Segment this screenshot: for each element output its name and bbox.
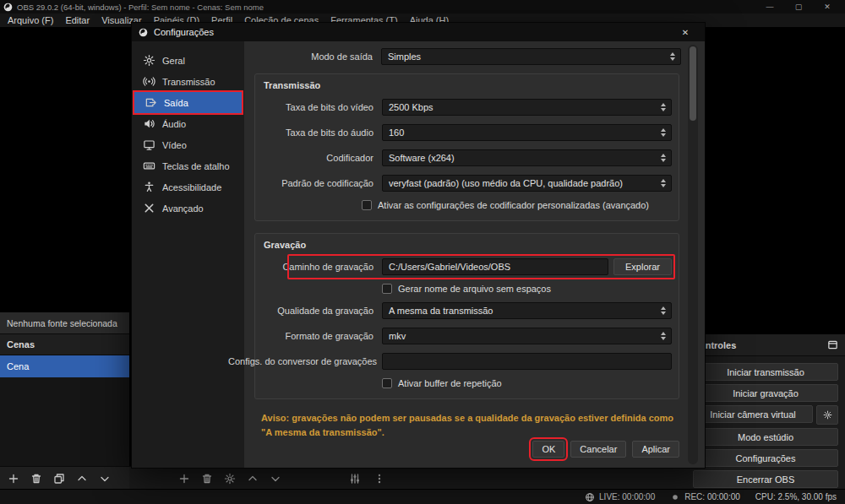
move-source-up-button[interactable] (247, 473, 259, 485)
audio-bitrate-label: Taxa de bits do áudio (262, 127, 373, 138)
rec-status: REC: 00:00:00 (684, 492, 740, 501)
chevron-up-icon (76, 473, 88, 485)
filename-no-spaces-checkbox[interactable] (382, 284, 392, 294)
sidebar-item-avancado[interactable]: Avançado (133, 198, 243, 219)
source-properties-button[interactable] (224, 473, 236, 485)
virtual-camera-settings-button[interactable] (816, 405, 838, 425)
custom-encoder-row: Ativar as configurações de codificador p… (362, 200, 672, 210)
keyboard-icon (143, 160, 155, 172)
sidebar-item-label: Áudio (162, 119, 186, 129)
ok-button[interactable]: OK (532, 441, 564, 458)
record-dot-icon (670, 492, 680, 502)
studio-mode-button[interactable]: Modo estúdio (693, 428, 838, 446)
output-mode-select[interactable]: Simples (381, 48, 681, 65)
encoder-select[interactable]: Software (x264) (382, 149, 672, 166)
exit-obs-button[interactable]: Encerrar OBS (693, 470, 838, 488)
custom-encoder-checkbox-label: Ativar as configurações de codificador p… (378, 200, 649, 210)
muxer-settings-input[interactable] (382, 353, 672, 370)
output-mode-label: Modo de saída (253, 51, 373, 62)
chevron-down-icon (270, 473, 281, 485)
dialog-scrollbar[interactable] (688, 45, 698, 464)
add-source-button[interactable] (178, 473, 190, 485)
combo-arrows[interactable] (657, 179, 668, 187)
maximize-button[interactable]: ▢ (784, 3, 813, 11)
remove-source-button[interactable] (201, 473, 213, 485)
start-streaming-button[interactable]: Iniciar transmissão (693, 363, 838, 381)
recording-quality-select[interactable]: A mesma da transmissão (382, 302, 672, 319)
minimize-button[interactable]: — (755, 3, 784, 11)
start-virtual-camera-button[interactable]: Iniciar câmera virtual (693, 405, 813, 423)
spinner-buttons[interactable] (657, 103, 668, 111)
no-source-status: Nenhuma fonte selecionada (0, 312, 129, 334)
video-bitrate-input[interactable]: 2500 Kbps (382, 99, 672, 116)
display-icon (143, 138, 155, 151)
streaming-group: Transmissão Taxa de bits do vídeo 2500 K… (254, 73, 679, 221)
move-source-down-button[interactable] (270, 473, 281, 485)
combo-arrows[interactable] (657, 154, 668, 162)
combo-arrows[interactable] (667, 52, 678, 61)
combo-arrows[interactable] (657, 332, 668, 340)
recording-group-title: Gravação (264, 240, 672, 250)
menu-item-arquivo[interactable]: Arquivo (F) (2, 15, 59, 25)
custom-encoder-checkbox[interactable] (362, 200, 372, 210)
video-bitrate-label: Taxa de bits do vídeo (262, 102, 373, 112)
cancel-button[interactable]: Cancelar (570, 441, 626, 458)
settings-button[interactable]: Configurações (693, 449, 838, 467)
start-recording-button[interactable]: Iniciar gravação (693, 384, 838, 402)
chevron-down-icon (99, 473, 111, 485)
popout-dock-icon[interactable] (827, 339, 838, 350)
sidebar-item-label: Saída (164, 98, 188, 108)
output-mode-row: Modo de saída Simples (253, 48, 681, 65)
kebab-menu-icon (373, 473, 385, 485)
sidebar-item-label: Teclas de atalho (162, 161, 230, 171)
replay-buffer-checkbox[interactable] (382, 378, 392, 388)
controls-panel-header: Controles (686, 334, 845, 356)
audio-bitrate-input[interactable]: 160 (382, 124, 672, 141)
mixer-settings-button[interactable] (349, 473, 361, 485)
sidebar-item-audio[interactable]: Áudio (133, 113, 243, 134)
move-scene-down-button[interactable] (99, 473, 111, 485)
gear-icon (143, 54, 155, 67)
sliders-icon (349, 473, 361, 485)
spinner-buttons[interactable] (657, 128, 668, 137)
sidebar-item-saida[interactable]: Saída (134, 92, 242, 113)
scene-list: Cena (0, 355, 129, 466)
apply-button[interactable]: Aplicar (632, 441, 679, 458)
cpu-status: CPU: 2.5%, 30.00 fps (755, 492, 837, 501)
dialog-close-button[interactable]: ✕ (673, 28, 698, 37)
scrollbar-thumb[interactable] (690, 46, 696, 121)
sidebar-item-acessibilidade[interactable]: Acessibilidade (133, 176, 243, 198)
mixer-menu-button[interactable] (373, 473, 385, 485)
encoder-preset-select[interactable]: veryfast (padrão) (uso médio da CPU, qua… (382, 175, 672, 192)
settings-dialog: Configurações ✕ Geral Transmissão Saída (131, 22, 706, 469)
sidebar-item-transmissao[interactable]: Transmissão (133, 71, 243, 92)
controls-panel: Controles Iniciar transmissão Iniciar gr… (686, 334, 845, 490)
sidebar-item-video[interactable]: Vídeo (133, 134, 243, 155)
browse-button[interactable]: Explorar (613, 258, 672, 275)
recording-path-input[interactable]: C:/Users/Gabriel/Videos/OBS (382, 258, 608, 275)
dialog-titlebar: Configurações ✕ (132, 23, 705, 41)
combo-arrows[interactable] (657, 306, 668, 315)
dialog-buttons: OK Cancelar Aplicar (532, 441, 679, 458)
obs-logo-icon (139, 28, 148, 37)
live-status: LIVE: 00:00:00 (599, 492, 655, 501)
remove-scene-button[interactable] (30, 473, 42, 485)
gear-icon (823, 410, 832, 420)
recording-format-select[interactable]: mkv (382, 328, 672, 344)
duplicate-icon (53, 473, 65, 485)
speaker-icon (143, 117, 155, 130)
sidebar-item-geral[interactable]: Geral (133, 50, 243, 71)
sidebar-item-label: Transmissão (162, 77, 215, 87)
move-scene-up-button[interactable] (76, 473, 88, 485)
tools-icon (143, 202, 155, 214)
menu-item-editar[interactable]: Editar (59, 15, 95, 25)
scene-list-item[interactable]: Cena (0, 355, 129, 377)
streaming-group-title: Transmissão (264, 80, 672, 90)
sidebar-item-teclas-de-atalho[interactable]: Teclas de atalho (133, 155, 243, 176)
close-button[interactable]: ✕ (813, 3, 842, 11)
chevron-up-icon (247, 473, 259, 485)
add-scene-button[interactable] (8, 473, 19, 485)
recording-path-label: Caminho de gravação (262, 262, 373, 272)
window-title: OBS 29.0.2 (64-bit, windows) - Perfil: S… (17, 3, 751, 12)
scene-filters-button[interactable] (53, 473, 65, 485)
